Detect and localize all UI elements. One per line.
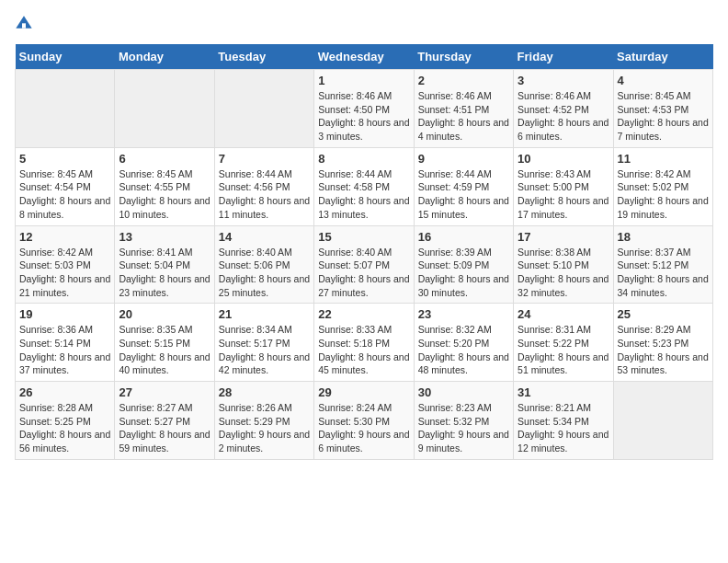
day-of-week-monday: Monday bbox=[115, 44, 214, 70]
day-info: Sunrise: 8:44 AMSunset: 4:58 PMDaylight:… bbox=[318, 167, 409, 222]
day-number: 25 bbox=[618, 307, 709, 321]
calendar-cell: 22Sunrise: 8:33 AMSunset: 5:18 PMDayligh… bbox=[314, 304, 414, 382]
week-row-5: 26Sunrise: 8:28 AMSunset: 5:25 PMDayligh… bbox=[16, 382, 713, 460]
calendar-cell: 28Sunrise: 8:26 AMSunset: 5:29 PMDayligh… bbox=[214, 382, 313, 460]
day-number: 23 bbox=[418, 307, 509, 321]
day-number: 3 bbox=[518, 74, 609, 87]
day-info: Sunrise: 8:23 AMSunset: 5:32 PMDaylight:… bbox=[418, 401, 509, 455]
calendar-cell: 16Sunrise: 8:39 AMSunset: 5:09 PMDayligh… bbox=[414, 225, 513, 304]
calendar-cell: 23Sunrise: 8:32 AMSunset: 5:20 PMDayligh… bbox=[414, 304, 513, 382]
page-header bbox=[15, 15, 713, 33]
calendar-cell: 26Sunrise: 8:28 AMSunset: 5:25 PMDayligh… bbox=[16, 382, 115, 460]
calendar-cell: 29Sunrise: 8:24 AMSunset: 5:30 PMDayligh… bbox=[314, 382, 414, 460]
calendar-cell: 4Sunrise: 8:45 AMSunset: 4:53 PMDaylight… bbox=[613, 70, 712, 148]
day-number: 19 bbox=[19, 307, 110, 321]
day-info: Sunrise: 8:33 AMSunset: 5:18 PMDaylight:… bbox=[318, 323, 409, 377]
calendar-cell: 19Sunrise: 8:36 AMSunset: 5:14 PMDayligh… bbox=[16, 304, 115, 382]
day-number: 30 bbox=[418, 385, 509, 399]
day-info: Sunrise: 8:46 AMSunset: 4:52 PMDaylight:… bbox=[518, 89, 609, 144]
day-number: 10 bbox=[518, 152, 609, 166]
day-number: 4 bbox=[618, 74, 709, 87]
day-info: Sunrise: 8:27 AMSunset: 5:27 PMDaylight:… bbox=[119, 401, 210, 455]
day-number: 20 bbox=[119, 307, 210, 321]
calendar-cell bbox=[613, 382, 712, 460]
day-number: 28 bbox=[219, 385, 310, 399]
day-number: 16 bbox=[418, 230, 509, 244]
day-number: 26 bbox=[19, 385, 110, 399]
calendar-cell: 1Sunrise: 8:46 AMSunset: 4:50 PMDaylight… bbox=[314, 70, 414, 148]
calendar-cell: 14Sunrise: 8:40 AMSunset: 5:06 PMDayligh… bbox=[214, 225, 313, 304]
calendar-cell: 6Sunrise: 8:45 AMSunset: 4:55 PMDaylight… bbox=[115, 147, 214, 225]
day-info: Sunrise: 8:40 AMSunset: 5:07 PMDaylight:… bbox=[318, 246, 409, 300]
calendar-cell: 13Sunrise: 8:41 AMSunset: 5:04 PMDayligh… bbox=[115, 225, 214, 304]
day-info: Sunrise: 8:35 AMSunset: 5:15 PMDaylight:… bbox=[119, 323, 210, 377]
calendar-cell: 10Sunrise: 8:43 AMSunset: 5:00 PMDayligh… bbox=[514, 147, 613, 225]
day-of-week-saturday: Saturday bbox=[613, 44, 712, 70]
day-info: Sunrise: 8:34 AMSunset: 5:17 PMDaylight:… bbox=[219, 323, 310, 377]
calendar-cell: 9Sunrise: 8:44 AMSunset: 4:59 PMDaylight… bbox=[414, 147, 513, 225]
calendar-cell bbox=[214, 70, 313, 148]
day-number: 6 bbox=[119, 152, 210, 166]
day-info: Sunrise: 8:44 AMSunset: 4:59 PMDaylight:… bbox=[418, 167, 509, 222]
day-info: Sunrise: 8:29 AMSunset: 5:23 PMDaylight:… bbox=[618, 323, 709, 377]
days-of-week-row: SundayMondayTuesdayWednesdayThursdayFrid… bbox=[16, 44, 713, 70]
day-info: Sunrise: 8:26 AMSunset: 5:29 PMDaylight:… bbox=[219, 401, 310, 455]
day-number: 24 bbox=[518, 307, 609, 321]
day-number: 12 bbox=[19, 230, 110, 244]
day-info: Sunrise: 8:40 AMSunset: 5:06 PMDaylight:… bbox=[219, 246, 310, 300]
day-info: Sunrise: 8:32 AMSunset: 5:20 PMDaylight:… bbox=[418, 323, 509, 377]
day-info: Sunrise: 8:41 AMSunset: 5:04 PMDaylight:… bbox=[119, 246, 210, 300]
day-number: 22 bbox=[318, 307, 409, 321]
calendar-cell: 2Sunrise: 8:46 AMSunset: 4:51 PMDaylight… bbox=[414, 70, 513, 148]
week-row-1: 1Sunrise: 8:46 AMSunset: 4:50 PMDaylight… bbox=[16, 70, 713, 148]
day-info: Sunrise: 8:44 AMSunset: 4:56 PMDaylight:… bbox=[219, 167, 310, 222]
day-number: 27 bbox=[119, 385, 210, 399]
day-number: 11 bbox=[618, 152, 709, 166]
day-number: 29 bbox=[318, 385, 409, 399]
calendar-cell: 30Sunrise: 8:23 AMSunset: 5:32 PMDayligh… bbox=[414, 382, 513, 460]
day-info: Sunrise: 8:39 AMSunset: 5:09 PMDaylight:… bbox=[418, 246, 509, 300]
day-number: 7 bbox=[219, 152, 310, 166]
day-number: 31 bbox=[518, 385, 609, 399]
calendar-table: SundayMondayTuesdayWednesdayThursdayFrid… bbox=[15, 44, 713, 460]
day-info: Sunrise: 8:42 AMSunset: 5:03 PMDaylight:… bbox=[19, 246, 110, 300]
day-number: 5 bbox=[19, 152, 110, 166]
calendar-cell: 17Sunrise: 8:38 AMSunset: 5:10 PMDayligh… bbox=[514, 225, 613, 304]
day-info: Sunrise: 8:37 AMSunset: 5:12 PMDaylight:… bbox=[618, 246, 709, 300]
calendar-cell: 3Sunrise: 8:46 AMSunset: 4:52 PMDaylight… bbox=[514, 70, 613, 148]
day-number: 13 bbox=[119, 230, 210, 244]
calendar-cell: 12Sunrise: 8:42 AMSunset: 5:03 PMDayligh… bbox=[16, 225, 115, 304]
day-info: Sunrise: 8:45 AMSunset: 4:53 PMDaylight:… bbox=[618, 89, 709, 144]
day-info: Sunrise: 8:31 AMSunset: 5:22 PMDaylight:… bbox=[518, 323, 609, 377]
day-of-week-friday: Friday bbox=[514, 44, 613, 70]
day-number: 15 bbox=[318, 230, 409, 244]
calendar-cell: 27Sunrise: 8:27 AMSunset: 5:27 PMDayligh… bbox=[115, 382, 214, 460]
day-info: Sunrise: 8:46 AMSunset: 4:51 PMDaylight:… bbox=[418, 89, 509, 144]
day-number: 18 bbox=[618, 230, 709, 244]
calendar-cell bbox=[16, 70, 115, 148]
calendar-cell: 21Sunrise: 8:34 AMSunset: 5:17 PMDayligh… bbox=[214, 304, 313, 382]
day-number: 8 bbox=[318, 152, 409, 166]
day-number: 2 bbox=[418, 74, 509, 87]
day-number: 1 bbox=[318, 74, 409, 87]
day-number: 14 bbox=[219, 230, 310, 244]
calendar-body: 1Sunrise: 8:46 AMSunset: 4:50 PMDaylight… bbox=[16, 70, 713, 460]
day-info: Sunrise: 8:43 AMSunset: 5:00 PMDaylight:… bbox=[518, 167, 609, 222]
week-row-2: 5Sunrise: 8:45 AMSunset: 4:54 PMDaylight… bbox=[16, 147, 713, 225]
calendar-cell: 11Sunrise: 8:42 AMSunset: 5:02 PMDayligh… bbox=[613, 147, 712, 225]
calendar-cell: 31Sunrise: 8:21 AMSunset: 5:34 PMDayligh… bbox=[514, 382, 613, 460]
day-info: Sunrise: 8:42 AMSunset: 5:02 PMDaylight:… bbox=[618, 167, 709, 222]
week-row-4: 19Sunrise: 8:36 AMSunset: 5:14 PMDayligh… bbox=[16, 304, 713, 382]
calendar-cell: 15Sunrise: 8:40 AMSunset: 5:07 PMDayligh… bbox=[314, 225, 414, 304]
day-number: 9 bbox=[418, 152, 509, 166]
day-info: Sunrise: 8:46 AMSunset: 4:50 PMDaylight:… bbox=[318, 89, 409, 144]
calendar-header: SundayMondayTuesdayWednesdayThursdayFrid… bbox=[16, 44, 713, 70]
calendar-cell: 20Sunrise: 8:35 AMSunset: 5:15 PMDayligh… bbox=[115, 304, 214, 382]
svg-rect-1 bbox=[22, 23, 26, 28]
calendar-cell bbox=[115, 70, 214, 148]
calendar-cell: 5Sunrise: 8:45 AMSunset: 4:54 PMDaylight… bbox=[16, 147, 115, 225]
day-info: Sunrise: 8:38 AMSunset: 5:10 PMDaylight:… bbox=[518, 246, 609, 300]
day-of-week-thursday: Thursday bbox=[414, 44, 513, 70]
logo-icon bbox=[15, 15, 33, 33]
logo bbox=[15, 15, 37, 33]
